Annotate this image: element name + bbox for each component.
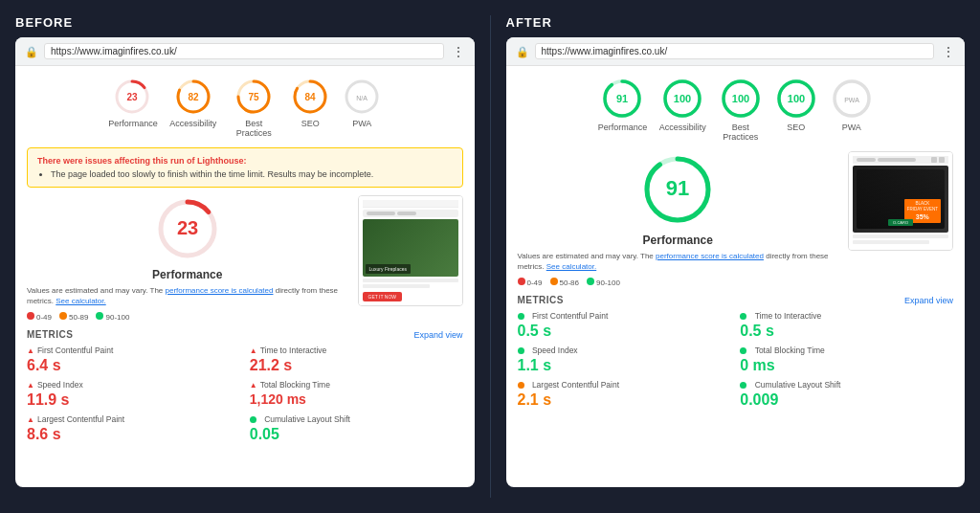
after-metric-tti: Time to Interactive 0.5 s <box>740 311 953 340</box>
svg-text:75: 75 <box>249 92 260 102</box>
after-metric-si-value: 1.1 s <box>518 357 731 374</box>
score-label-pwa: PWA <box>352 119 371 128</box>
after-scores-row: 91 Performance 100 Accessibility <box>518 78 954 142</box>
before-score-seo: 84 SEO <box>291 78 329 128</box>
metric-tbt-value: 1,120 ms <box>250 391 463 407</box>
after-big-score-left: 91 Performance Values are estimated and … <box>518 151 839 287</box>
score-label-bp: Best Practices <box>230 119 278 138</box>
after-score-seo: 100 SEO <box>775 78 817 132</box>
after-score-pwa: PWA PWA <box>831 78 873 132</box>
svg-text:91: 91 <box>666 176 689 200</box>
screenshot-thumb-after: BLACKFRIDAY EVENT35% O-CARO <box>848 151 953 251</box>
score-label-seo: SEO <box>301 119 320 128</box>
metric-cls-value: 0.05 <box>250 426 463 443</box>
svg-text:23: 23 <box>177 217 198 238</box>
after-metrics-title: METRICS <box>518 295 565 305</box>
after-metric-lcp-value: 2.1 s <box>518 391 731 409</box>
after-metric-lcp: Largest Contentful Paint 2.1 s <box>518 380 731 409</box>
metric-lcp-value: 8.6 s <box>27 426 240 443</box>
warning-box: There were issues affecting this run of … <box>27 147 463 188</box>
menu-icon[interactable]: ⋮ <box>452 44 465 59</box>
warning-list: The page loaded too slowly to finish wit… <box>37 169 453 179</box>
before-metrics-grid: ▲First Contentful Paint 6.4 s ▲Time to I… <box>27 346 463 443</box>
after-content: 91 Performance 100 Accessibility <box>506 66 966 487</box>
after-panel: AFTER 🔒 https://www.imaginfires.co.uk/ ⋮… <box>506 15 966 498</box>
metric-si: ▲Speed Index 11.9 s <box>27 380 240 409</box>
after-score-bestpractices: 100 BestPractices <box>720 78 762 142</box>
before-scores-row: 23 Performance 82 Accessibility <box>27 78 463 138</box>
before-legend: 0-49 50-89 90-100 <box>27 312 348 322</box>
score-label-access: Accessibility <box>169 119 216 128</box>
svg-text:N/A: N/A <box>356 95 368 101</box>
metric-tti-value: 21.2 s <box>250 357 463 374</box>
after-score-label-bp: BestPractices <box>723 123 758 142</box>
svg-text:84: 84 <box>305 92 317 102</box>
after-url[interactable]: https://www.imaginfires.co.uk/ <box>535 43 935 59</box>
before-score-pwa: N/A PWA <box>343 78 381 128</box>
before-score-bestpractices: 75 Best Practices <box>230 78 278 138</box>
svg-text:23: 23 <box>127 92 139 102</box>
after-lock-icon: 🔒 <box>516 46 527 57</box>
after-big-score-desc: Values are estimated and may vary. The p… <box>518 251 839 272</box>
after-score-performance: 91 Performance <box>598 78 646 132</box>
after-big-score-section: 91 Performance Values are estimated and … <box>518 151 954 287</box>
after-browser: 🔒 https://www.imaginfires.co.uk/ ⋮ 91 Pe… <box>506 37 966 487</box>
after-score-label-pwa: PWA <box>842 123 861 132</box>
before-big-score-desc: Values are estimated and may vary. The p… <box>27 285 348 306</box>
before-big-score-left: 23 Performance Values are estimated and … <box>27 195 348 322</box>
before-score-performance: 23 Performance <box>108 78 156 128</box>
svg-text:100: 100 <box>674 93 691 104</box>
before-label: BEFORE <box>15 15 475 30</box>
after-metrics-grid: First Contentful Paint 0.5 s Time to Int… <box>518 311 954 409</box>
before-browser: 🔒 https://www.imaginfires.co.uk/ ⋮ 23 Pe… <box>15 37 475 487</box>
after-score-accessibility: 100 Accessibility <box>659 78 706 132</box>
after-metrics-header: METRICS Expand view <box>518 295 954 305</box>
before-screenshot: Luxury Fireplaces GET IT NOW <box>358 195 463 322</box>
metric-tti: ▲Time to Interactive 21.2 s <box>250 346 463 374</box>
after-metric-cls: Cumulative Layout Shift 0.009 <box>740 380 953 409</box>
lock-icon: 🔒 <box>25 46 36 57</box>
after-metric-fcp: First Contentful Paint 0.5 s <box>518 311 731 340</box>
after-score-label-access: Accessibility <box>659 123 706 132</box>
after-browser-bar: 🔒 https://www.imaginfires.co.uk/ ⋮ <box>506 37 966 66</box>
after-metric-cls-value: 0.009 <box>740 391 953 409</box>
before-metrics-header: METRICS Expand view <box>27 329 463 340</box>
before-score-accessibility: 82 Accessibility <box>169 78 216 128</box>
after-expand[interactable]: Expand view <box>904 296 953 305</box>
before-url[interactable]: https://www.imaginfires.co.uk/ <box>44 43 444 59</box>
metric-cls: Cumulative Layout Shift 0.05 <box>250 414 463 443</box>
after-metric-fcp-value: 0.5 s <box>518 323 731 340</box>
after-metrics-section: METRICS Expand view First Contentful Pai… <box>518 295 954 409</box>
before-panel: BEFORE 🔒 https://www.imaginfires.co.uk/ … <box>15 15 475 498</box>
before-metrics-title: METRICS <box>27 329 74 340</box>
metric-fcp-value: 6.4 s <box>27 357 240 374</box>
warning-title: There were issues affecting this run of … <box>37 156 453 166</box>
before-expand[interactable]: Expand view <box>413 330 462 340</box>
svg-text:100: 100 <box>732 93 749 104</box>
metric-lcp: ▲Largest Contentful Paint 8.6 s <box>27 414 240 443</box>
after-metric-tbt-value: 0 ms <box>740 357 953 374</box>
screenshot-thumb-before: Luxury Fireplaces GET IT NOW <box>358 195 463 306</box>
after-score-label-perf: Performance <box>598 123 646 132</box>
metric-tbt: ▲Total Blocking Time 1,120 ms <box>250 380 463 409</box>
before-content: 23 Performance 82 Accessibility <box>15 66 475 487</box>
metric-si-value: 11.9 s <box>27 391 240 409</box>
after-metric-tbt: Total Blocking Time 0 ms <box>740 346 953 374</box>
svg-text:PWA: PWA <box>844 97 859 103</box>
warning-item: The page loaded too slowly to finish wit… <box>51 169 453 179</box>
after-label: AFTER <box>506 15 966 30</box>
after-metric-si: Speed Index 1.1 s <box>518 346 731 374</box>
after-big-score-title: Performance <box>518 234 839 247</box>
score-circle-svg: 23 <box>113 78 151 116</box>
score-label-perf: Performance <box>108 119 156 128</box>
before-browser-bar: 🔒 https://www.imaginfires.co.uk/ ⋮ <box>15 37 475 66</box>
after-metric-tti-value: 0.5 s <box>740 323 953 340</box>
svg-text:100: 100 <box>788 93 805 104</box>
before-big-score-title: Performance <box>27 268 348 281</box>
after-menu-icon[interactable]: ⋮ <box>942 44 955 59</box>
svg-text:91: 91 <box>616 93 628 104</box>
svg-text:82: 82 <box>188 92 199 102</box>
before-metrics-section: METRICS Expand view ▲First Contentful Pa… <box>27 329 463 443</box>
after-score-label-seo: SEO <box>787 123 805 132</box>
after-screenshot: BLACKFRIDAY EVENT35% O-CARO <box>848 151 953 287</box>
